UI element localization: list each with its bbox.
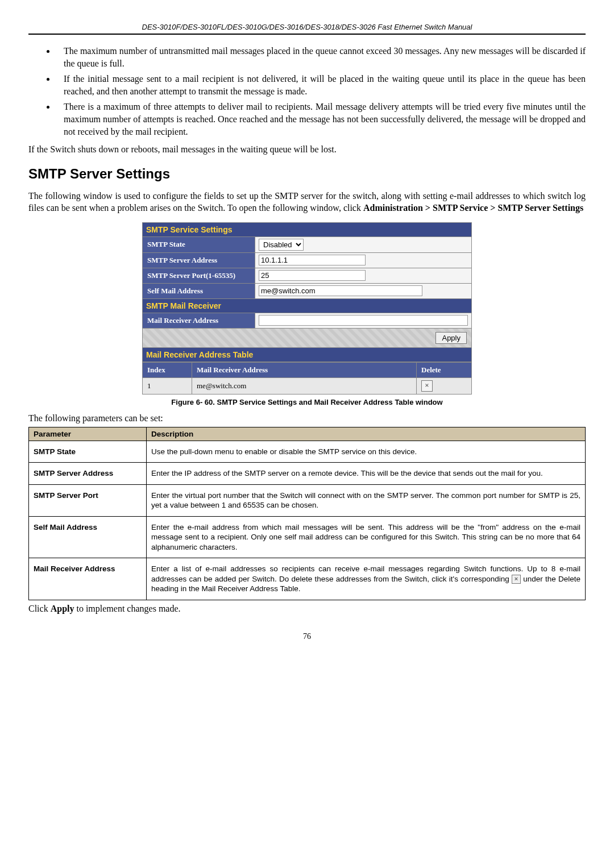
mail-receiver-address-input[interactable] — [259, 315, 468, 326]
parameter-table: Parameter Description SMTP State Use the… — [28, 427, 586, 600]
cell-index: 1 — [143, 377, 192, 394]
page-number: 76 — [28, 632, 586, 641]
params-intro: The following parameters can be set: — [28, 412, 586, 425]
mail-receiver-address-label: Mail Receiver Address — [143, 313, 255, 328]
closing-pre: Click — [28, 604, 51, 613]
smtp-state-select[interactable]: Disabled — [259, 239, 304, 251]
param-name: SMTP Server Address — [29, 463, 147, 485]
bullet-item: There is a maximum of three attempts to … — [56, 101, 586, 138]
param-name: Mail Receiver Address — [29, 558, 147, 600]
col-delete: Delete — [417, 362, 472, 377]
col-index: Index — [143, 362, 192, 377]
param-name: SMTP State — [29, 441, 147, 463]
smtp-server-port-input[interactable] — [259, 270, 366, 281]
smtp-server-address-input[interactable] — [259, 255, 366, 265]
param-name: Self Mail Address — [29, 516, 147, 558]
panel-header-table: Mail Receiver Address Table — [143, 347, 472, 362]
paragraph: If the Switch shuts down or reboots, mai… — [28, 143, 586, 156]
closing-post: to implement changes made. — [74, 604, 180, 613]
delete-icon[interactable]: × — [421, 380, 433, 392]
param-desc: Enter the virtual port number that the S… — [147, 484, 586, 516]
bullet-list: The maximum number of untransmitted mail… — [28, 45, 586, 138]
closing-line: Click Apply to implement changes made. — [28, 603, 586, 615]
apply-button[interactable]: Apply — [435, 332, 467, 344]
param-desc: Enter a list of e-mail addresses so reci… — [147, 558, 586, 600]
cell-address: me@switch.com — [192, 377, 417, 394]
figure-caption: Figure 6- 60. SMTP Service Settings and … — [28, 398, 586, 406]
smtp-state-label: SMTP State — [143, 236, 255, 252]
param-desc: Use the pull-down menu to enable or disa… — [147, 441, 586, 463]
section-heading: SMTP Server Settings — [28, 166, 586, 182]
page-header: DES-3010F/DES-3010FL/DES-3010G/DES-3016/… — [28, 23, 586, 35]
closing-bold: Apply — [51, 604, 74, 613]
bullet-item: If the initial message sent to a mail re… — [56, 73, 586, 97]
th-parameter: Parameter — [29, 427, 147, 441]
panel-header-receiver: SMTP Mail Receiver — [143, 298, 472, 313]
smtp-server-port-label: SMTP Server Port(1-65535) — [143, 268, 255, 283]
smtp-settings-figure: SMTP Service Settings SMTP State Disable… — [142, 222, 472, 394]
delete-icon: × — [512, 575, 521, 584]
smtp-server-address-label: SMTP Server Address — [143, 252, 255, 268]
col-address: Mail Receiver Address — [192, 362, 417, 377]
panel-header-service: SMTP Service Settings — [143, 222, 472, 236]
param-desc: Enter the IP address of the SMTP server … — [147, 463, 586, 485]
self-mail-address-label: Self Mail Address — [143, 283, 255, 298]
bullet-item: The maximum number of untransmitted mail… — [56, 45, 586, 69]
intro-paragraph: The following window is used to configur… — [28, 190, 586, 214]
self-mail-address-input[interactable] — [259, 285, 422, 296]
th-description: Description — [147, 427, 586, 441]
breadcrumb: Administration > SMTP Service > SMTP Ser… — [363, 203, 583, 213]
param-name: SMTP Server Port — [29, 484, 147, 516]
param-desc: Enter the e-mail address from which mail… — [147, 516, 586, 558]
